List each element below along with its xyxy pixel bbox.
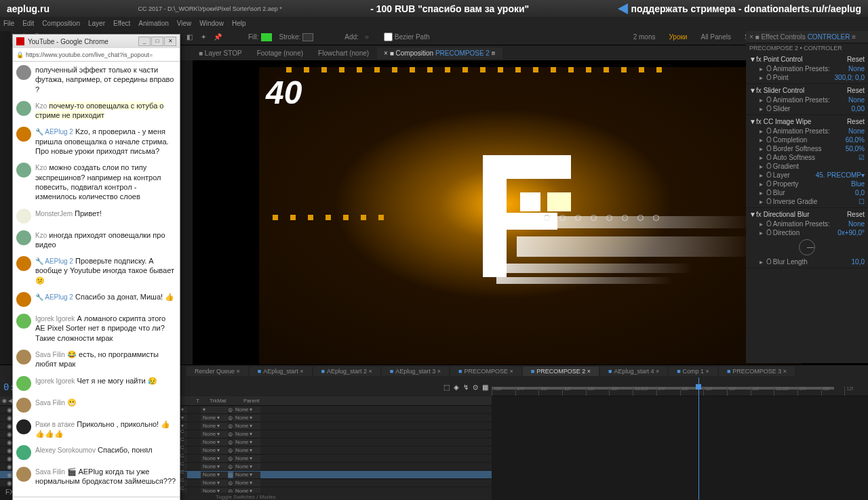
workspace-2mons[interactable]: 2 mons xyxy=(633,33,656,41)
parent-dropdown[interactable]: None ▾ xyxy=(233,439,260,446)
layer-duration-bar[interactable] xyxy=(492,496,868,500)
layer-duration-bar[interactable] xyxy=(492,488,868,495)
trkmat-dropdown[interactable]: None ▾ xyxy=(201,488,228,493)
reset-link[interactable]: Reset xyxy=(847,87,865,94)
parent-dropdown[interactable]: None ▾ xyxy=(233,488,260,493)
tl-icon-4[interactable]: ⊙ xyxy=(473,383,478,391)
layer-duration-bar[interactable] xyxy=(492,447,868,454)
effect-property[interactable]: ▸ÖAnimation Presets:None xyxy=(746,220,868,228)
effect-property[interactable]: ▸ÖAnimation Presets:None xyxy=(746,127,868,136)
effect-title[interactable]: ▼fxCC Image WipeReset xyxy=(746,117,868,127)
timeline-tab[interactable]: ■PRECOMPOSE × xyxy=(450,367,521,376)
reset-link[interactable]: Reset xyxy=(847,118,865,125)
playhead[interactable] xyxy=(698,377,699,500)
layer-duration-bar[interactable] xyxy=(492,407,868,413)
timeline-tab[interactable]: ■AEplug_start × xyxy=(250,367,312,376)
reset-link[interactable]: Reset xyxy=(847,56,865,63)
workspace-uroki[interactable]: Уроки xyxy=(669,33,687,41)
effect-property[interactable]: ▸ÖAnimation Presets:None xyxy=(746,64,868,73)
trkmat-dropdown[interactable]: None ▾ xyxy=(201,423,228,430)
menu-composition[interactable]: Composition xyxy=(42,20,80,27)
trkmat-dropdown[interactable]: None ▾ xyxy=(201,439,228,446)
layer-duration-bar[interactable] xyxy=(492,415,868,421)
parent-dropdown[interactable]: None ▾ xyxy=(233,431,260,438)
workspace-allpanels[interactable]: All Panels xyxy=(701,33,730,41)
menu-file[interactable]: File xyxy=(3,20,14,27)
effect-property[interactable]: ▸ÖCompletion60,0% xyxy=(746,136,868,144)
chat-url-bar[interactable]: 🔒 https://www.youtube.com/live_chat?is_p… xyxy=(13,48,180,62)
layer-duration-bar[interactable] xyxy=(492,463,868,470)
effect-title[interactable]: ▼fxDirectional BlurReset xyxy=(746,209,868,220)
menu-effect[interactable]: Effect xyxy=(113,20,130,27)
trkmat-dropdown[interactable]: None ▾ xyxy=(201,463,228,470)
trkmat-dropdown[interactable]: None ▾ xyxy=(201,480,228,486)
parent-dropdown[interactable]: None ▾ xyxy=(233,472,260,478)
parent-dropdown[interactable]: None ▾ xyxy=(233,463,260,470)
layer-duration-bar[interactable] xyxy=(492,472,868,478)
trkmat-dropdown[interactable]: None ▾ xyxy=(201,415,228,421)
trkmat-dropdown[interactable]: None ▾ xyxy=(201,455,228,462)
minimize-button[interactable]: _ xyxy=(138,37,151,46)
layer-duration-bar[interactable] xyxy=(492,431,868,438)
effect-property[interactable]: ▸ÖBlur Length10,0 xyxy=(746,257,868,266)
layer-duration-bar[interactable] xyxy=(492,423,868,430)
comp-tab-active[interactable]: × ■ Composition PRECOMPOSE 2 ≡ xyxy=(377,47,502,59)
tl-icon-5[interactable]: ▦ xyxy=(482,383,488,391)
bezier-checkbox[interactable] xyxy=(384,33,393,41)
effect-property[interactable]: ▸ÖLayer45. PRECOMP▾ xyxy=(746,171,868,180)
effect-property[interactable]: ▸ÖBorder Softness50,0% xyxy=(746,144,868,153)
chat-messages[interactable]: полученный эффект только к части футажа,… xyxy=(13,62,180,497)
parent-dropdown[interactable]: None ▾ xyxy=(233,480,260,486)
effect-title[interactable]: ▼fxSlider ControlReset xyxy=(746,85,868,96)
maximize-button[interactable]: □ xyxy=(151,37,163,46)
add-dropdown-icon[interactable]: ○ xyxy=(361,31,373,43)
roto-tool-icon[interactable]: ✦ xyxy=(197,31,210,43)
parent-dropdown[interactable]: None ▾ xyxy=(233,455,260,462)
timeline-tab[interactable]: ■Comp 1 × xyxy=(669,367,717,376)
parent-dropdown[interactable]: None ▾ xyxy=(233,423,260,430)
tl-icon-1[interactable]: ⬚ xyxy=(443,383,450,391)
trkmat-dropdown[interactable]: None ▾ xyxy=(201,472,228,478)
effect-property[interactable]: ▸ÖAuto Softness☑ xyxy=(746,153,868,162)
effect-property[interactable]: ▸ÖAnimation Presets:None xyxy=(746,96,868,104)
chat-titlebar[interactable]: YouTube - Google Chrome _ □ ✕ xyxy=(13,35,180,48)
trkmat-dropdown[interactable]: ▾ xyxy=(201,407,228,413)
direction-wheel[interactable] xyxy=(799,239,815,255)
effect-property[interactable]: ▸ÖBlur0,0 xyxy=(746,188,868,197)
timeline-tab[interactable]: ■AEplug_start 4 × xyxy=(600,367,667,376)
comp-tab-flowchart[interactable]: Flowchart (none) xyxy=(311,47,376,59)
effect-property[interactable]: ▸ÖInverse Gradie☐ xyxy=(746,197,868,206)
timeline-tab[interactable]: Render Queue × xyxy=(186,367,248,376)
timeline-tab[interactable]: ■PRECOMPOSE 2 × xyxy=(523,367,599,376)
timeline-tab[interactable]: ■AEplug_start 2 × xyxy=(313,367,380,376)
menu-window[interactable]: Window xyxy=(199,20,224,27)
close-button[interactable]: ✕ xyxy=(164,37,176,46)
effect-property[interactable]: ▸ÖPropertyBlue xyxy=(746,180,868,188)
effect-property[interactable]: ▸ÖDirection0x+90,0° xyxy=(746,228,868,237)
layer-duration-bar[interactable] xyxy=(492,455,868,462)
layer-duration-bar[interactable] xyxy=(492,480,868,486)
parent-dropdown[interactable]: None ▾ xyxy=(233,407,260,413)
effect-title[interactable]: ▼fxPoint ControlReset xyxy=(746,54,868,64)
reset-link[interactable]: Reset xyxy=(847,211,865,218)
menu-edit[interactable]: Edit xyxy=(22,20,34,27)
tl-icon-3[interactable]: ↯ xyxy=(463,383,469,391)
timeline-tab[interactable]: ■PRECOMPOSE 3 × xyxy=(719,367,795,376)
eraser-tool-icon[interactable]: ◧ xyxy=(183,31,195,43)
menu-animation[interactable]: Animation xyxy=(138,20,168,27)
comp-tab-layer[interactable]: ■ Layer STOP xyxy=(192,47,249,59)
trkmat-dropdown[interactable]: None ▾ xyxy=(201,447,228,454)
puppet-tool-icon[interactable]: 📌 xyxy=(212,31,224,43)
tl-icon-2[interactable]: ◈ xyxy=(454,383,459,391)
trkmat-dropdown[interactable]: None ▾ xyxy=(201,431,228,438)
effect-property[interactable]: ▸ÖGradient xyxy=(746,162,868,171)
menu-layer[interactable]: Layer xyxy=(88,20,105,27)
layer-duration-bar[interactable] xyxy=(492,439,868,446)
parent-dropdown[interactable]: None ▾ xyxy=(233,447,260,454)
fill-swatch[interactable] xyxy=(261,33,272,41)
effect-property[interactable]: ▸ÖSlider0,00 xyxy=(746,104,868,113)
menu-view[interactable]: View xyxy=(177,20,192,27)
comp-tab-footage[interactable]: Footage (none) xyxy=(250,47,310,59)
timeline-graph[interactable]: :00f04f08f12f16f20f01:00f04f08f12f16f20f… xyxy=(492,377,868,500)
parent-dropdown[interactable]: None ▾ xyxy=(233,415,260,421)
